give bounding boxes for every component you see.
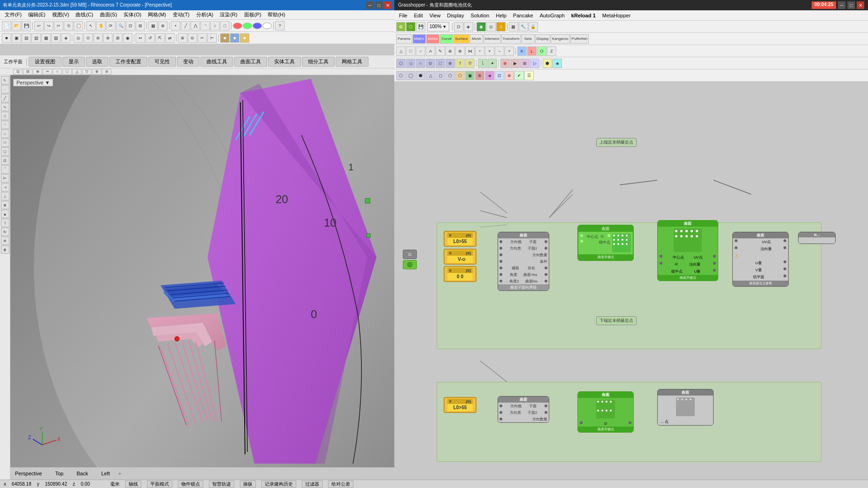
left-tool-arc[interactable]: ◝	[1, 121, 9, 129]
left-tool-extrude[interactable]: ▲	[1, 210, 9, 218]
tb2-view7[interactable]: ◈	[61, 33, 70, 43]
gh-right-node[interactable]: 曲面 UV点 法向量 ⚠ U量	[732, 232, 789, 287]
gh-icon-k4[interactable]: Z	[547, 46, 556, 56]
tb2-snap4[interactable]: ⊗	[103, 33, 113, 43]
gh-icon-8[interactable]: ⋈	[465, 46, 475, 56]
gh-far-right-node[interactable]: N...	[798, 232, 836, 244]
gh-row3-5[interactable]: ◻	[436, 71, 445, 80]
tb-rect[interactable]: □	[220, 21, 230, 30]
cmd-tab-workvar[interactable]: 工作变配置	[109, 57, 147, 67]
tb2-snap5[interactable]: ⊞	[113, 33, 123, 43]
tb-grid[interactable]: ▦	[148, 21, 158, 30]
filter[interactable]: 过滤器	[302, 480, 323, 488]
tb-snap[interactable]: ⊕	[158, 21, 168, 30]
gh-circle-node[interactable]: 曲圆 中心点 i2 线中点	[577, 225, 634, 261]
gh-curve-node[interactable]: 曲面 方向栈 子面 方向类 子面2 方向数量 条件	[498, 232, 549, 291]
menu-mesh[interactable]: 网格(M)	[145, 11, 169, 19]
gh-yellow-node-1[interactable]: 0 {0} L0>55	[444, 231, 476, 247]
tb-zoom-ext[interactable]: ⊡	[126, 21, 135, 30]
tb-polyline[interactable]: ⋀	[191, 21, 200, 30]
gh-warn[interactable]: ⚠	[496, 22, 506, 31]
smart-track[interactable]: 智慧轨迹	[209, 480, 234, 488]
tb2-shade1[interactable]: ■	[220, 33, 230, 43]
gh-row3-1[interactable]: ⬡	[396, 71, 406, 80]
gh-icon-6[interactable]: ⊕	[446, 46, 455, 56]
rhino-close-btn[interactable]: ✕	[384, 1, 392, 9]
left-tool-poly[interactable]: ⬡	[1, 147, 9, 156]
tb2-view5[interactable]: ▦	[41, 33, 51, 43]
icon-tb-9[interactable]: ⊗	[92, 69, 101, 75]
gh-yellow-lower-1[interactable]: 0 {0} L0>55	[444, 397, 476, 413]
rhino-minimize-btn[interactable]: ─	[366, 1, 374, 9]
menu-analysis[interactable]: 分析(A)	[193, 11, 216, 19]
tb-pan[interactable]: ✋	[96, 21, 106, 30]
gh-tab-kangaroo[interactable]: Kangaroo	[551, 34, 570, 44]
gh-menu-metahopper[interactable]: MetaHopper	[599, 12, 634, 19]
gh-surface-node[interactable]: 曲面 中心点 UV点 i	[657, 220, 718, 281]
gh-tab-maths[interactable]: Maths	[413, 34, 426, 44]
cmd-tab-subd[interactable]: 细分工具	[302, 57, 335, 67]
left-tool-ellipse[interactable]: ⬭	[1, 138, 9, 147]
gh-geom-5[interactable]: □	[436, 59, 445, 68]
left-tool-curve[interactable]: ∿	[1, 103, 9, 111]
gh-logo[interactable]: G	[396, 22, 406, 31]
gh-row3-3[interactable]: ⬟	[416, 71, 425, 80]
tb-open[interactable]: 📂	[12, 21, 21, 30]
menu-transform[interactable]: 变动(T)	[170, 11, 192, 19]
gh-edge-g[interactable]: G	[403, 250, 417, 259]
icon-tb-3[interactable]: ⊕	[33, 69, 42, 75]
gh-row3-12[interactable]: ⊗	[505, 71, 514, 80]
tb2-view6[interactable]: ▧	[51, 33, 61, 43]
gh-util-1[interactable]: ⊗	[500, 59, 510, 68]
cmd-tab-surfaces[interactable]: 曲面工具	[234, 57, 267, 67]
gh-zoom-fit[interactable]: ◈	[464, 22, 473, 31]
gh-bake[interactable]: 🔧	[519, 22, 528, 31]
gh-special-1[interactable]: ⬟	[543, 59, 552, 68]
gumball[interactable]: 操纵	[240, 480, 256, 488]
cmd-tab-transform[interactable]: 变动	[177, 57, 200, 67]
left-tool-revolve[interactable]: ↻	[1, 228, 9, 236]
tb2-rotate[interactable]: ↺	[146, 33, 155, 43]
gh-prim-1[interactable]: 7	[455, 59, 465, 68]
tb2-extend[interactable]: ⊢	[207, 33, 217, 43]
cmd-tab-curves[interactable]: 曲线工具	[200, 57, 233, 67]
gh-tab-display[interactable]: Display	[535, 34, 550, 44]
gh-preview-off[interactable]: ◎	[486, 22, 496, 31]
gh-special-2[interactable]: ◈	[553, 59, 562, 68]
gh-save-icon[interactable]: 💾	[416, 22, 425, 31]
menu-edit[interactable]: 编辑(E)	[25, 11, 48, 19]
gh-tab-intersect[interactable]: Intersect	[484, 34, 501, 44]
left-tool-point[interactable]: ·	[1, 85, 9, 93]
gh-icon-12[interactable]: +	[505, 46, 514, 56]
gh-icon-10[interactable]: ×	[485, 46, 494, 56]
tb-select[interactable]: ↖	[86, 21, 96, 30]
gh-input-1[interactable]: ⤵	[478, 59, 487, 68]
gh-menu-autograph[interactable]: AutoGraph	[537, 12, 568, 19]
gh-icon-2[interactable]: □	[406, 46, 415, 56]
viewport-perspective-label[interactable]: Perspective ▼	[13, 79, 53, 86]
tb2-view4[interactable]: ▥	[31, 33, 41, 43]
gh-close[interactable]: ✕	[857, 1, 864, 9]
rhino-maximize-btn[interactable]: □	[375, 1, 383, 9]
gh-util-2[interactable]: ▶	[510, 59, 520, 68]
tb-arc[interactable]: ◝	[200, 21, 210, 30]
icon-tb-2[interactable]: ⊟	[23, 69, 32, 75]
left-tool-boolean[interactable]: ⊕	[1, 201, 9, 209]
tb-color3[interactable]	[253, 23, 262, 29]
tb-copy[interactable]: ⎘	[64, 21, 73, 30]
gh-icon-7[interactable]: ⊗	[455, 46, 465, 56]
history[interactable]: 记录建构历史	[261, 480, 296, 488]
gh-menu-pancake[interactable]: Pancake	[510, 12, 536, 19]
gh-yellow-node-2[interactable]: 0 {0} V-	[444, 249, 476, 265]
gh-row3-14[interactable]: ☰	[524, 71, 534, 80]
menu-curve[interactable]: 曲线(C)	[73, 11, 96, 19]
left-tool-loft[interactable]: ⌇	[1, 219, 9, 227]
icon-tb-8[interactable]: ▽	[82, 69, 92, 75]
tb-zoom-sel[interactable]: ⊞	[136, 21, 145, 30]
icon-tb-4[interactable]: ✂	[43, 69, 52, 75]
gh-circle-lower[interactable]: 曲圆 i2 曲面关键点	[577, 391, 634, 433]
cmd-tab-setview[interactable]: 设置视图	[29, 57, 61, 67]
gh-curve-lower[interactable]: 曲面 方向栈 子面 方向类 子面2 方向数量	[498, 396, 549, 423]
left-tool-fillet[interactable]: ⌒	[1, 165, 9, 174]
tb-color2[interactable]	[243, 23, 252, 29]
